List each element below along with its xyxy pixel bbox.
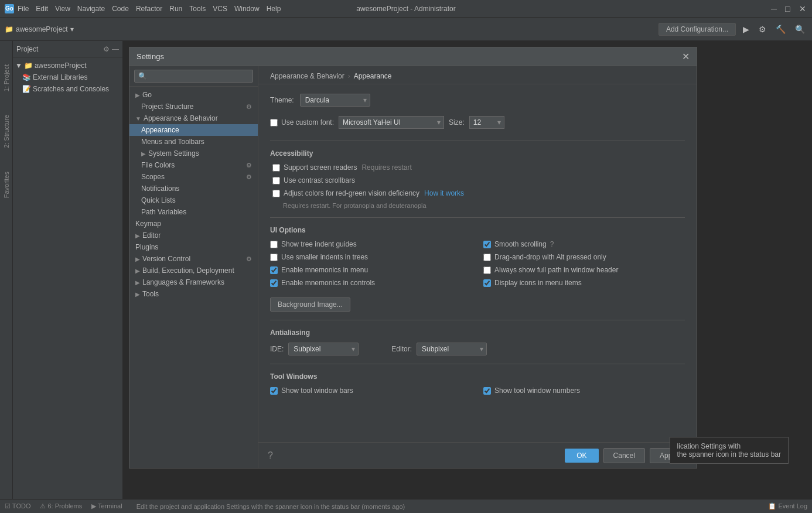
menu-edit[interactable]: Edit bbox=[36, 5, 48, 13]
project-panel-settings-icon[interactable]: ⚙ bbox=[103, 45, 110, 53]
settings-item-quick-lists[interactable]: Quick Lists bbox=[129, 194, 258, 206]
settings-item-notifications[interactable]: Notifications bbox=[129, 183, 258, 194]
settings-item-menus-toolbars[interactable]: Menus and Toolbars bbox=[129, 136, 258, 148]
settings-item-keymap[interactable]: Keymap bbox=[129, 218, 258, 230]
show-tool-window-bars-label[interactable]: Show tool window bars bbox=[270, 387, 353, 395]
display-icons-text: Display icons in menu items bbox=[494, 279, 582, 287]
project-tab[interactable]: 1: Project bbox=[3, 64, 10, 91]
version-control-label: Version Control bbox=[142, 255, 190, 263]
theme-select[interactable]: Darcula High contrast IntelliJ Light bbox=[300, 94, 370, 107]
close-button[interactable]: ✕ bbox=[799, 5, 807, 13]
settings-item-languages[interactable]: ▶ Languages & Frameworks bbox=[129, 276, 258, 288]
size-select[interactable]: 12 bbox=[469, 116, 504, 129]
screen-readers-checkbox-label[interactable]: Support screen readers bbox=[272, 163, 357, 172]
full-path-label[interactable]: Always show full path in window header bbox=[483, 266, 618, 274]
display-icons-label[interactable]: Display icons in menu items bbox=[483, 279, 582, 287]
smooth-scrolling-label[interactable]: Smooth scrolling bbox=[483, 240, 547, 248]
menu-window[interactable]: Window bbox=[234, 5, 260, 13]
status-problems[interactable]: ⚠ 6: Problems bbox=[40, 502, 82, 510]
structure-tab[interactable]: 2: Structure bbox=[3, 115, 10, 148]
search-everywhere-button[interactable]: 🔍 bbox=[793, 23, 807, 35]
color-deficiency-checkbox-label[interactable]: Adjust colors for red-green vision defic… bbox=[272, 189, 419, 197]
event-log-label[interactable]: 📋 Event Log bbox=[768, 502, 807, 510]
show-tree-indent-label[interactable]: Show tree indent guides bbox=[270, 240, 357, 248]
editor-aa-select[interactable]: Subpixel Greyscale None bbox=[417, 343, 487, 355]
color-deficiency-checkbox[interactable] bbox=[272, 190, 280, 197]
project-selector[interactable]: 📁 awesomeProject ▾ bbox=[5, 25, 74, 33]
show-tree-indent-checkbox[interactable] bbox=[270, 241, 278, 248]
drag-drop-checkbox[interactable] bbox=[483, 254, 491, 261]
settings-item-scopes[interactable]: Scopes ⚙ bbox=[129, 171, 258, 183]
settings-item-plugins[interactable]: Plugins bbox=[129, 241, 258, 253]
run-button[interactable]: ▶ bbox=[741, 23, 752, 35]
tool-windows-header: Tool Windows bbox=[270, 372, 685, 381]
status-right: 📋 Event Log bbox=[768, 502, 807, 510]
show-tool-window-numbers-checkbox[interactable] bbox=[483, 387, 491, 395]
status-todo[interactable]: ☑ TODO bbox=[5, 502, 30, 510]
screen-readers-checkbox[interactable] bbox=[272, 164, 280, 172]
appearance-behavior-label: Appearance & Behavior bbox=[144, 114, 218, 122]
settings-item-appearance[interactable]: Appearance bbox=[129, 124, 258, 136]
build-button[interactable]: 🔨 bbox=[773, 23, 788, 35]
menu-view[interactable]: View bbox=[55, 5, 70, 13]
smooth-scrolling-checkbox[interactable] bbox=[483, 241, 491, 248]
show-tool-window-bars-checkbox[interactable] bbox=[270, 387, 278, 395]
mnemonics-controls-checkbox[interactable] bbox=[270, 279, 278, 287]
menu-vcs[interactable]: VCS bbox=[213, 5, 227, 13]
cancel-button[interactable]: Cancel bbox=[603, 448, 645, 463]
settings-item-tools[interactable]: ▶ Tools bbox=[129, 288, 258, 300]
contrast-scrollbars-checkbox-label[interactable]: Use contrast scrollbars bbox=[272, 176, 355, 184]
menu-run[interactable]: Run bbox=[169, 5, 182, 13]
settings-item-project-structure[interactable]: Project Structure ⚙ bbox=[129, 101, 258, 112]
background-image-button[interactable]: Background Image... bbox=[270, 297, 350, 312]
settings-item-version-control[interactable]: ▶ Version Control ⚙ bbox=[129, 253, 258, 265]
quick-lists-label: Quick Lists bbox=[141, 196, 176, 204]
scratches-item[interactable]: 📝 Scratches and Consoles bbox=[13, 83, 122, 95]
smooth-scrolling-help-icon[interactable]: ? bbox=[550, 240, 554, 248]
settings-item-file-colors[interactable]: File Colors ⚙ bbox=[129, 159, 258, 171]
menu-navigate[interactable]: Navigate bbox=[77, 5, 105, 13]
status-terminal[interactable]: ▶ Terminal bbox=[91, 502, 122, 510]
menu-refactor[interactable]: Refactor bbox=[136, 5, 162, 13]
smaller-indents-checkbox[interactable] bbox=[270, 254, 278, 261]
favorites-tab[interactable]: Favorites bbox=[3, 172, 10, 198]
smaller-indents-label[interactable]: Use smaller indents in trees bbox=[270, 253, 368, 261]
settings-item-appearance-behavior[interactable]: ▼ Appearance & Behavior bbox=[129, 112, 258, 124]
project-tree: ▼ 📁 awesomeProject 📚 External Libraries … bbox=[13, 57, 122, 97]
settings-search-input[interactable] bbox=[134, 70, 253, 83]
mnemonics-menu-label[interactable]: Enable mnemonics in menu bbox=[270, 266, 368, 274]
how-it-works-link[interactable]: How it works bbox=[424, 189, 464, 197]
settings-item-go[interactable]: ▶ Go bbox=[129, 89, 258, 101]
project-root-label: awesomeProject bbox=[35, 61, 87, 70]
debug-button[interactable]: ⚙ bbox=[756, 23, 769, 35]
project-panel-close-icon[interactable]: — bbox=[112, 45, 119, 53]
minimize-button[interactable]: ─ bbox=[771, 5, 779, 13]
show-tool-window-numbers-label[interactable]: Show tool window numbers bbox=[483, 387, 580, 395]
menu-tools[interactable]: Tools bbox=[189, 5, 206, 13]
menu-file[interactable]: File bbox=[18, 5, 29, 13]
menu-help[interactable]: Help bbox=[267, 5, 281, 13]
mnemonics-controls-label[interactable]: Enable mnemonics in controls bbox=[270, 279, 375, 287]
dialog-close-button[interactable]: ✕ bbox=[682, 51, 690, 62]
ok-button[interactable]: OK bbox=[565, 449, 598, 463]
mnemonics-menu-checkbox[interactable] bbox=[270, 266, 278, 274]
external-libs-item[interactable]: 📚 External Libraries bbox=[13, 71, 122, 83]
font-select[interactable]: Microsoft YaHei UI bbox=[339, 116, 444, 129]
display-icons-checkbox[interactable] bbox=[483, 279, 491, 287]
project-root-item[interactable]: ▼ 📁 awesomeProject bbox=[13, 60, 122, 71]
settings-item-editor[interactable]: ▶ Editor bbox=[129, 230, 258, 241]
show-tool-window-numbers-row: Show tool window numbers bbox=[483, 387, 685, 395]
custom-font-checkbox-label[interactable]: Use custom font: bbox=[270, 118, 334, 126]
settings-item-path-variables[interactable]: Path Variables bbox=[129, 206, 258, 218]
custom-font-checkbox[interactable] bbox=[270, 119, 278, 126]
settings-item-system-settings[interactable]: ▶ System Settings bbox=[129, 148, 258, 159]
full-path-checkbox[interactable] bbox=[483, 266, 491, 274]
menu-code[interactable]: Code bbox=[112, 5, 129, 13]
settings-item-build[interactable]: ▶ Build, Execution, Deployment bbox=[129, 265, 258, 276]
maximize-button[interactable]: □ bbox=[785, 5, 793, 13]
add-configuration-button[interactable]: Add Configuration... bbox=[659, 23, 736, 36]
drag-drop-label[interactable]: Drag-and-drop with Alt pressed only bbox=[483, 253, 606, 261]
contrast-scrollbars-checkbox[interactable] bbox=[272, 177, 280, 184]
dialog-help-icon[interactable]: ? bbox=[268, 450, 273, 461]
ide-aa-select[interactable]: Subpixel Greyscale None bbox=[288, 343, 359, 355]
